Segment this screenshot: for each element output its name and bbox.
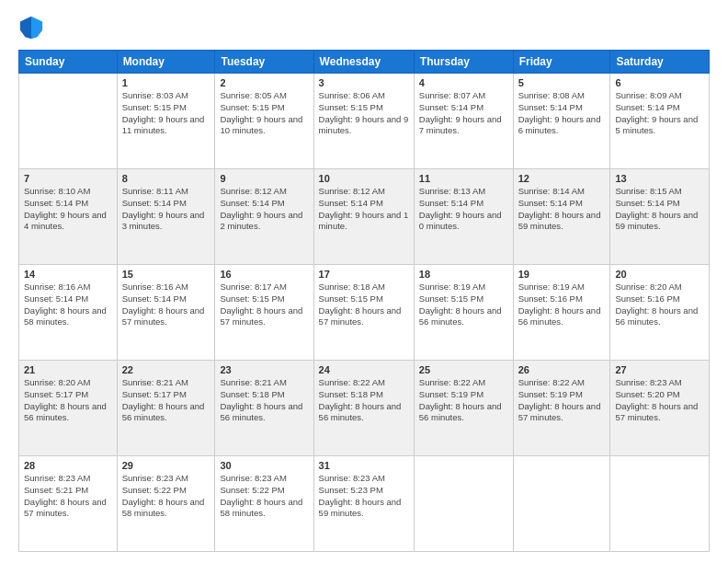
calendar-cell: 9 Sunrise: 8:12 AM Sunset: 5:14 PM Dayli… <box>215 169 313 265</box>
calendar-week-row: 7 Sunrise: 8:10 AM Sunset: 5:14 PM Dayli… <box>19 169 710 265</box>
calendar-cell: 3 Sunrise: 8:06 AM Sunset: 5:15 PM Dayli… <box>313 74 414 169</box>
calendar-cell: 21 Sunrise: 8:20 AM Sunset: 5:17 PM Dayl… <box>19 361 118 456</box>
calendar-cell <box>610 456 710 552</box>
day-number: 28 <box>24 460 112 471</box>
day-number: 22 <box>122 364 210 375</box>
sunrise-time: Sunrise: 8:21 AM <box>122 377 188 387</box>
daylight-hours: Daylight: 9 hours and 2 minutes. <box>220 210 302 232</box>
calendar-cell: 16 Sunrise: 8:17 AM Sunset: 5:15 PM Dayl… <box>215 265 313 361</box>
calendar-table: Sunday Monday Tuesday Wednesday Thursday… <box>18 50 710 552</box>
daylight-hours: Daylight: 8 hours and 57 minutes. <box>319 305 402 327</box>
day-number: 31 <box>319 460 409 471</box>
day-number: 14 <box>24 269 112 280</box>
day-number: 10 <box>319 173 409 184</box>
day-info: Sunrise: 8:18 AM Sunset: 5:15 PM Dayligh… <box>319 282 409 328</box>
sunset-time: Sunset: 5:17 PM <box>122 389 187 399</box>
sunrise-time: Sunrise: 8:07 AM <box>419 90 485 100</box>
svg-marker-2 <box>20 17 31 39</box>
sunrise-time: Sunrise: 8:22 AM <box>419 377 485 387</box>
day-info: Sunrise: 8:23 AM Sunset: 5:22 PM Dayligh… <box>220 473 308 520</box>
sunset-time: Sunset: 5:22 PM <box>220 485 284 495</box>
sunrise-time: Sunrise: 8:09 AM <box>615 90 681 100</box>
calendar-cell: 2 Sunrise: 8:05 AM Sunset: 5:15 PM Dayli… <box>215 74 313 169</box>
day-number: 11 <box>419 173 508 184</box>
calendar-cell: 13 Sunrise: 8:15 AM Sunset: 5:14 PM Dayl… <box>610 169 710 265</box>
day-number: 17 <box>319 269 409 280</box>
sunset-time: Sunset: 5:20 PM <box>615 389 679 399</box>
calendar-cell: 20 Sunrise: 8:20 AM Sunset: 5:16 PM Dayl… <box>610 265 710 361</box>
day-info: Sunrise: 8:06 AM Sunset: 5:15 PM Dayligh… <box>319 90 409 137</box>
day-info: Sunrise: 8:23 AM Sunset: 5:22 PM Dayligh… <box>122 473 210 520</box>
calendar-cell: 6 Sunrise: 8:09 AM Sunset: 5:14 PM Dayli… <box>610 74 710 169</box>
day-number: 8 <box>122 173 210 184</box>
day-info: Sunrise: 8:10 AM Sunset: 5:14 PM Dayligh… <box>24 186 112 233</box>
daylight-hours: Daylight: 8 hours and 58 minutes. <box>220 497 302 519</box>
sunset-time: Sunset: 5:14 PM <box>24 293 88 304</box>
calendar-cell <box>19 74 118 169</box>
sunset-time: Sunset: 5:14 PM <box>615 198 679 208</box>
daylight-hours: Daylight: 9 hours and 0 minutes. <box>419 210 502 232</box>
sunrise-time: Sunrise: 8:19 AM <box>518 282 585 292</box>
calendar-cell: 27 Sunrise: 8:23 AM Sunset: 5:20 PM Dayl… <box>610 361 710 456</box>
day-info: Sunrise: 8:22 AM Sunset: 5:19 PM Dayligh… <box>419 377 508 424</box>
sunrise-time: Sunrise: 8:13 AM <box>419 186 485 196</box>
day-info: Sunrise: 8:21 AM Sunset: 5:17 PM Dayligh… <box>122 377 210 424</box>
daylight-hours: Daylight: 8 hours and 56 minutes. <box>319 401 402 423</box>
calendar-cell: 30 Sunrise: 8:23 AM Sunset: 5:22 PM Dayl… <box>215 456 313 552</box>
daylight-hours: Daylight: 8 hours and 59 minutes. <box>518 210 601 232</box>
daylight-hours: Daylight: 8 hours and 56 minutes. <box>220 401 302 423</box>
day-info: Sunrise: 8:12 AM Sunset: 5:14 PM Dayligh… <box>220 186 308 233</box>
sunrise-time: Sunrise: 8:23 AM <box>122 473 188 483</box>
calendar-cell: 19 Sunrise: 8:19 AM Sunset: 5:16 PM Dayl… <box>513 265 610 361</box>
sunset-time: Sunset: 5:14 PM <box>122 198 187 208</box>
sunset-time: Sunset: 5:16 PM <box>518 293 583 304</box>
calendar-cell: 11 Sunrise: 8:13 AM Sunset: 5:14 PM Dayl… <box>414 169 513 265</box>
sunrise-time: Sunrise: 8:23 AM <box>615 377 681 387</box>
calendar-cell: 14 Sunrise: 8:16 AM Sunset: 5:14 PM Dayl… <box>19 265 118 361</box>
day-info: Sunrise: 8:20 AM Sunset: 5:16 PM Dayligh… <box>615 282 704 328</box>
sunset-time: Sunset: 5:22 PM <box>122 485 187 495</box>
sunrise-time: Sunrise: 8:03 AM <box>122 90 188 100</box>
day-number: 12 <box>518 173 606 184</box>
day-info: Sunrise: 8:20 AM Sunset: 5:17 PM Dayligh… <box>24 377 112 424</box>
sunrise-time: Sunrise: 8:17 AM <box>220 282 286 292</box>
sunrise-time: Sunrise: 8:14 AM <box>518 186 585 196</box>
day-info: Sunrise: 8:12 AM Sunset: 5:14 PM Dayligh… <box>319 186 409 233</box>
daylight-hours: Daylight: 8 hours and 57 minutes. <box>220 305 302 327</box>
daylight-hours: Daylight: 8 hours and 57 minutes. <box>615 401 698 423</box>
calendar-cell: 10 Sunrise: 8:12 AM Sunset: 5:14 PM Dayl… <box>313 169 414 265</box>
calendar-cell: 22 Sunrise: 8:21 AM Sunset: 5:17 PM Dayl… <box>117 361 215 456</box>
day-number: 26 <box>518 364 606 375</box>
sunset-time: Sunset: 5:14 PM <box>518 102 583 112</box>
day-info: Sunrise: 8:16 AM Sunset: 5:14 PM Dayligh… <box>24 282 112 328</box>
logo-icon <box>18 15 44 40</box>
day-info: Sunrise: 8:15 AM Sunset: 5:14 PM Dayligh… <box>615 186 704 233</box>
header-sunday: Sunday <box>19 51 118 74</box>
sunset-time: Sunset: 5:14 PM <box>122 293 187 304</box>
daylight-hours: Daylight: 8 hours and 58 minutes. <box>24 305 107 327</box>
sunrise-time: Sunrise: 8:15 AM <box>615 186 681 196</box>
sunrise-time: Sunrise: 8:22 AM <box>319 377 385 387</box>
day-info: Sunrise: 8:16 AM Sunset: 5:14 PM Dayligh… <box>122 282 210 328</box>
day-number: 6 <box>615 77 704 88</box>
daylight-hours: Daylight: 9 hours and 6 minutes. <box>518 114 601 136</box>
day-info: Sunrise: 8:23 AM Sunset: 5:23 PM Dayligh… <box>319 473 409 520</box>
sunset-time: Sunset: 5:14 PM <box>419 198 483 208</box>
daylight-hours: Daylight: 8 hours and 57 minutes. <box>122 305 205 327</box>
day-info: Sunrise: 8:23 AM Sunset: 5:20 PM Dayligh… <box>615 377 704 424</box>
sunrise-time: Sunrise: 8:23 AM <box>319 473 385 483</box>
day-number: 20 <box>615 269 704 280</box>
daylight-hours: Daylight: 8 hours and 59 minutes. <box>615 210 698 232</box>
daylight-hours: Daylight: 8 hours and 59 minutes. <box>319 497 402 519</box>
calendar-cell: 15 Sunrise: 8:16 AM Sunset: 5:14 PM Dayl… <box>117 265 215 361</box>
calendar-week-row: 21 Sunrise: 8:20 AM Sunset: 5:17 PM Dayl… <box>19 361 710 456</box>
sunset-time: Sunset: 5:15 PM <box>319 102 383 112</box>
day-number: 21 <box>24 364 112 375</box>
calendar-week-row: 14 Sunrise: 8:16 AM Sunset: 5:14 PM Dayl… <box>19 265 710 361</box>
sunrise-time: Sunrise: 8:23 AM <box>24 473 90 483</box>
sunrise-time: Sunrise: 8:05 AM <box>220 90 286 100</box>
sunset-time: Sunset: 5:14 PM <box>419 102 483 112</box>
daylight-hours: Daylight: 9 hours and 4 minutes. <box>24 210 107 232</box>
header-thursday: Thursday <box>414 51 513 74</box>
daylight-hours: Daylight: 9 hours and 10 minutes. <box>220 114 302 136</box>
